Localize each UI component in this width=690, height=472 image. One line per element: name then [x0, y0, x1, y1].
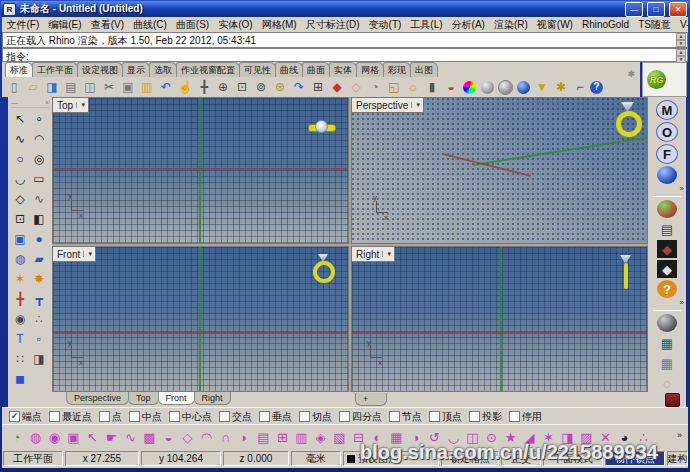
render-options-icon[interactable]: ▤: [657, 220, 677, 238]
menu-transform[interactable]: 变动(T): [364, 18, 406, 32]
toolbar-tab-visibility[interactable]: 可见性: [239, 62, 276, 77]
checkbox-end[interactable]: ✔: [9, 411, 20, 422]
render-region-icon[interactable]: ◔: [366, 79, 384, 96]
viewport-top[interactable]: Top ▼ yx: [52, 97, 349, 244]
rhinogold-tool-13[interactable]: ◗: [236, 428, 253, 447]
freeform-curve-icon[interactable]: ∿: [30, 189, 48, 208]
toolbar-tab-set-view[interactable]: 设定视图: [77, 62, 123, 77]
status-pane-cplane[interactable]: 工作平面: [3, 451, 63, 466]
toolbar-tab-select[interactable]: 选取: [149, 62, 177, 77]
plus-icon[interactable]: +: [355, 393, 387, 406]
gem-red-icon[interactable]: ◆: [657, 240, 677, 258]
rhinogold-tool-10[interactable]: ◇: [179, 428, 196, 447]
menu-view[interactable]: 查看(V): [86, 18, 128, 32]
item-disable[interactable]: 停用: [509, 410, 542, 424]
checkbox-project[interactable]: [469, 411, 480, 422]
viewport-front[interactable]: Front ▼ yx: [52, 246, 349, 392]
text-icon[interactable]: T: [11, 329, 29, 348]
menu-tools[interactable]: 工具(L): [406, 18, 447, 32]
panel-button[interactable]: [665, 393, 680, 407]
viewport-right-title[interactable]: Right ▼: [351, 246, 395, 262]
rhinogold-tool-18[interactable]: ▧: [331, 428, 348, 447]
item-project[interactable]: 投影: [469, 410, 502, 424]
viewport-tab-top[interactable]: Top: [128, 392, 159, 405]
lamp-icon[interactable]: ☼: [404, 79, 422, 96]
distribute-icon[interactable]: ∷: [11, 349, 29, 368]
chevron-down-icon[interactable]: ▼: [83, 251, 93, 257]
point-cloud-icon[interactable]: ∴: [30, 309, 48, 328]
scroll-up-icon[interactable]: ▲: [676, 33, 686, 40]
command-history[interactable]: 正在载入 Rhino 渲染，版本 1.50, Feb 22 2012, 05:4…: [2, 32, 688, 48]
viewport-tab-right[interactable]: Right: [194, 392, 231, 405]
viewport-perspective[interactable]: Perspective ▼ yx: [351, 97, 648, 244]
maximize-button[interactable]: □: [647, 2, 665, 17]
plane-icon[interactable]: ▰: [30, 249, 48, 268]
menu-curve[interactable]: 曲线(C): [128, 18, 171, 32]
dot-icon[interactable]: ▫: [30, 329, 48, 348]
toolbar-tab-display[interactable]: 显示: [122, 62, 150, 77]
print-icon[interactable]: ▤: [62, 79, 80, 96]
ghost-sphere-icon[interactable]: ◌: [657, 374, 677, 392]
drill-hole-icon[interactable]: ◉: [11, 309, 29, 328]
zoom-icon[interactable]: ⊕: [214, 79, 232, 96]
copy-icon[interactable]: ▣: [119, 79, 137, 96]
rhinogold-tool-9[interactable]: ◒: [160, 428, 177, 447]
menu-solid[interactable]: 实体(O): [214, 18, 257, 32]
zoom-extents-icon[interactable]: ⊛: [271, 79, 289, 96]
scroll-up-icon[interactable]: ▲: [676, 49, 686, 56]
menu-mesh[interactable]: 网格(M): [257, 18, 301, 32]
move-view-icon[interactable]: ╋: [195, 79, 213, 96]
ring-object-top-view[interactable]: [308, 120, 334, 134]
ghosted-mode-icon[interactable]: [499, 81, 512, 94]
render-icon[interactable]: ◆: [328, 79, 346, 96]
rhinogold-tool-11[interactable]: ◠: [198, 428, 215, 447]
minimize-button[interactable]: —: [625, 2, 643, 17]
status-pane-history[interactable]: 记录建构历史: [667, 451, 688, 466]
vray-render-icon[interactable]: [657, 166, 677, 184]
rhinogold-tool-15[interactable]: ⊞: [274, 428, 291, 447]
cut-icon[interactable]: ✂: [100, 79, 118, 96]
redo-view-icon[interactable]: ↷: [290, 79, 308, 96]
rhinogold-logo[interactable]: RG: [647, 70, 666, 89]
vray-options-icon[interactable]: O: [656, 122, 678, 142]
viewport-right[interactable]: Right ▼ yx: [351, 246, 648, 392]
select-arrow-icon[interactable]: ↖: [11, 109, 29, 128]
new-file-icon[interactable]: ▯: [5, 79, 23, 96]
ring-object-perspective[interactable]: [613, 102, 641, 138]
viewport-tab-front[interactable]: Front: [158, 392, 195, 405]
item-tan[interactable]: 切点: [299, 410, 332, 424]
pan-icon[interactable]: ☝: [176, 79, 194, 96]
viewport-front-title[interactable]: Front ▼: [52, 246, 96, 262]
polygon-icon[interactable]: ◇: [11, 189, 29, 208]
rhinogold-tool-3[interactable]: ◉: [46, 428, 63, 447]
add-viewport-tab[interactable]: +: [355, 393, 386, 406]
chevron-down-icon[interactable]: ▼: [382, 251, 392, 257]
toolbar-grip[interactable]: —×: [11, 98, 49, 108]
scroll-down-icon[interactable]: ▼: [676, 40, 686, 47]
menu-surface[interactable]: 曲面(S): [171, 18, 213, 32]
item-vertex[interactable]: 顶点: [429, 410, 462, 424]
open-file-icon[interactable]: ▱: [24, 79, 42, 96]
color-wheel-icon[interactable]: [463, 81, 476, 94]
item-knot[interactable]: 节点: [389, 410, 422, 424]
material-ball-icon[interactable]: [657, 314, 677, 332]
patch-surface-icon[interactable]: ◧: [30, 209, 48, 228]
overflow-icon[interactable]: »: [677, 430, 682, 440]
toolbar-tab-cplane[interactable]: 工作平面: [32, 62, 78, 77]
command-prompt[interactable]: 指令: ▲ ▼: [2, 48, 688, 62]
mirror-icon[interactable]: ◨: [30, 349, 48, 368]
close-icon[interactable]: ×: [45, 99, 49, 106]
paste-icon[interactable]: ▥: [138, 79, 156, 96]
menu-dimension[interactable]: 尺寸标注(D): [301, 18, 364, 32]
checkbox-quad[interactable]: [339, 411, 350, 422]
menu-vray[interactable]: V-Ray: [675, 19, 690, 30]
toolbar-tab-mesh[interactable]: 网格: [356, 62, 384, 77]
cplane-icon[interactable]: ┳: [30, 289, 48, 308]
menu-analyze[interactable]: 分析(A): [447, 18, 489, 32]
checkbox-int[interactable]: [219, 411, 230, 422]
checkbox-knot[interactable]: [389, 411, 400, 422]
rhinogold-tool-4[interactable]: ▣: [65, 428, 82, 447]
rhinogold-tool-16[interactable]: ▥: [293, 428, 310, 447]
menu-edit[interactable]: 编辑(E): [44, 18, 86, 32]
item-near[interactable]: 最近点: [49, 410, 92, 424]
